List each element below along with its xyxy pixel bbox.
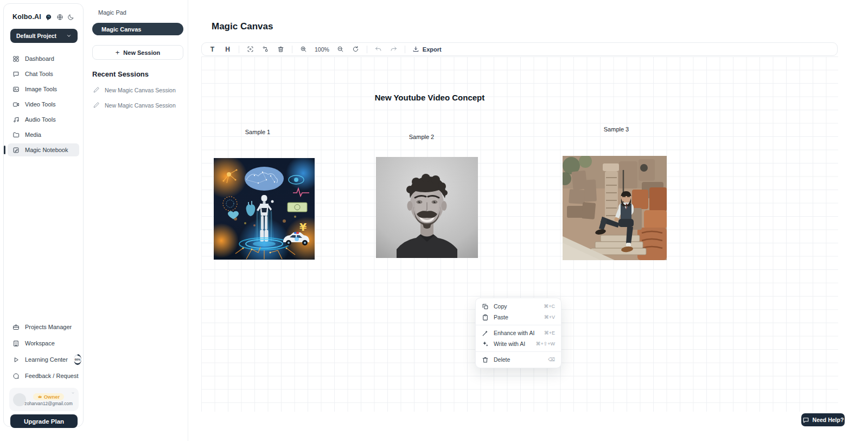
toolbar-divider — [292, 46, 292, 53]
ai-select-tool-button[interactable] — [246, 46, 254, 53]
new-session-button[interactable]: + New Session — [92, 45, 183, 60]
sidebar-item-workspace[interactable]: Workspace — [8, 337, 79, 350]
plus-icon: + — [116, 48, 120, 56]
sidebar-item-media[interactable]: Media — [8, 128, 79, 141]
sidebar-item-magic-notebook[interactable]: Magic Notebook — [8, 143, 79, 156]
undo-button[interactable] — [374, 46, 382, 53]
text-tool-button[interactable]: T — [208, 46, 216, 53]
upgrade-plan-button[interactable]: Upgrade Plan — [10, 414, 78, 428]
magic-canvas-grid[interactable]: New Youtube Video Concept Sample 1 Sampl… — [201, 56, 838, 412]
sample-label[interactable]: Sample 3 — [604, 126, 629, 133]
sample-label[interactable]: Sample 2 — [409, 134, 434, 140]
magic-wand-icon — [482, 330, 489, 337]
context-menu-item-paste[interactable]: Paste ⌘+V — [476, 312, 561, 323]
sidebar-bottom-nav: Projects Manager Workspace Learning Cent… — [8, 320, 79, 382]
magic-canvas-tab[interactable]: Magic Canvas — [92, 23, 183, 35]
owner-badge: Owner — [33, 393, 65, 400]
canvas-image-portrait[interactable] — [376, 157, 478, 258]
learning-progress-value: 66% — [74, 356, 81, 363]
magic-pad-tab[interactable]: Magic Pad — [84, 0, 188, 16]
context-menu-item-delete[interactable]: Delete ⌫ — [476, 354, 561, 365]
redo-button[interactable] — [390, 46, 398, 53]
toolbar-divider — [405, 46, 405, 53]
user-menu-caret-icon — [71, 391, 75, 395]
paste-icon — [482, 314, 489, 321]
recent-sessions-heading: Recent Sessions — [92, 70, 188, 78]
learning-progress-ring: 66% — [74, 354, 81, 365]
canvas-title-text[interactable]: New Youtube Video Concept — [375, 93, 485, 102]
context-menu-item-copy[interactable]: Copy ⌘+C — [476, 301, 561, 312]
language-globe-icon[interactable] — [56, 14, 63, 21]
copy-icon — [482, 303, 489, 310]
sidebar-item-feedback-request[interactable]: Feedback / Request — [8, 369, 79, 382]
download-icon — [412, 46, 419, 53]
chat-bubble-icon — [802, 417, 809, 424]
need-help-button[interactable]: Need Help? — [801, 413, 845, 426]
zoom-out-button[interactable] — [336, 46, 344, 53]
svg-text:¥: ¥ — [299, 221, 307, 233]
recent-session-item[interactable]: New Magic Canvas Session — [93, 86, 188, 93]
dark-mode-moon-icon[interactable] — [67, 14, 74, 21]
logo-row: Kolbo.AI — [4, 4, 83, 21]
trash-tool-button[interactable] — [277, 46, 285, 53]
context-menu-item-write-with-ai[interactable]: Write with AI ⌘+⇧+W — [476, 338, 561, 349]
sidebar-item-learning-center[interactable]: Learning Center 66% — [8, 353, 79, 366]
sidebar-nav: Dashboard Chat Tools Image Tools Video T… — [4, 52, 83, 156]
canvas-image-ai-collage[interactable]: ¥ — [214, 158, 315, 260]
canvas-image-man-on-ruins[interactable] — [563, 156, 667, 260]
sidebar-item-video-tools[interactable]: Video Tools — [8, 98, 79, 111]
zoom-in-button[interactable] — [299, 46, 308, 53]
main-sidebar: Kolbo.AI Default Project Dashboard Chat … — [3, 3, 84, 427]
canvas-toolbar: T H 100% Export — [201, 42, 838, 56]
sparkles-icon — [482, 341, 489, 348]
page-title: Magic Canvas — [212, 21, 273, 32]
heading-tool-button[interactable]: H — [224, 46, 232, 53]
context-menu-divider — [476, 325, 561, 325]
sidebar-item-image-tools[interactable]: Image Tools — [8, 83, 79, 96]
user-card[interactable]: Owner zoharvan12@gmail.com — [9, 388, 79, 411]
sidebar-item-audio-tools[interactable]: Audio Tools — [8, 113, 79, 126]
sidebar-item-dashboard[interactable]: Dashboard — [8, 52, 79, 65]
pencil-icon — [93, 86, 100, 93]
recent-session-item[interactable]: New Magic Canvas Session — [93, 102, 188, 109]
chevron-down-icon — [66, 33, 72, 39]
reset-view-button[interactable] — [352, 46, 360, 53]
project-selector[interactable]: Default Project — [10, 29, 78, 43]
context-menu-divider — [476, 351, 561, 352]
sample-label[interactable]: Sample 1 — [245, 129, 270, 135]
pencil-icon — [93, 102, 100, 109]
sidebar-item-projects-manager[interactable]: Projects Manager — [8, 320, 79, 333]
zoom-level-value[interactable]: 100% — [315, 46, 329, 53]
brand-logo: Kolbo.AI — [12, 13, 41, 21]
crown-icon — [37, 394, 42, 399]
toolbar-divider — [367, 46, 367, 53]
context-menu-item-enhance-with-ai[interactable]: Enhance with AI ⌘+E — [476, 327, 561, 338]
export-button[interactable]: Export — [412, 46, 442, 53]
flow-connect-tool-button[interactable] — [261, 46, 270, 53]
user-email: zoharvan12@gmail.com — [24, 401, 72, 406]
sessions-panel: Magic Pad Magic Canvas + New Session Rec… — [84, 0, 188, 441]
toolbar-divider — [239, 46, 239, 53]
context-menu: Copy ⌘+C Paste ⌘+V Enhance with AI ⌘+E W… — [475, 298, 561, 368]
trash-icon — [482, 356, 489, 363]
sidebar-item-chat-tools[interactable]: Chat Tools — [8, 67, 79, 80]
ai-head-icon — [45, 14, 52, 21]
